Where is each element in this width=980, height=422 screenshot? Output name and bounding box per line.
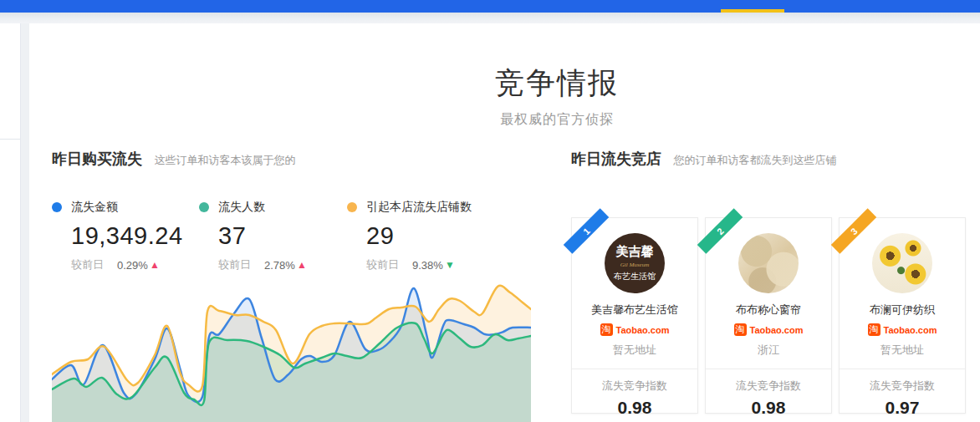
stat-loss-shops: 引起本店流失店铺数 29 较前日 9.38% ▼: [347, 201, 472, 272]
avatar-text: 美吉馨: [616, 244, 654, 260]
platform-label: Taobao.com: [884, 325, 937, 335]
legend-item-loss-amount[interactable]: 流失金额: [52, 201, 183, 214]
avatar-text: Gil Museum: [620, 262, 649, 268]
legend-dot-orange: [347, 202, 357, 212]
platform-row: 淘 Taobao.com: [600, 323, 670, 336]
taobao-icon: 淘: [734, 323, 747, 336]
platform-label: Taobao.com: [750, 325, 804, 335]
compare-label: 较前日: [366, 257, 399, 272]
card-divider: [840, 369, 965, 369]
platform-row: 淘 Taobao.com: [734, 323, 804, 336]
page-subtitle: 最权威的官方侦探: [495, 111, 619, 129]
loss-section-header: 昨日购买流失 这些订单和访客本该属于您的: [52, 149, 295, 169]
store-avatar: [872, 233, 932, 293]
legend-label: 引起本店流失店铺数: [366, 200, 472, 215]
card-divider: [706, 369, 831, 369]
loss-trend-chart[interactable]: [52, 276, 531, 422]
card-divider: [572, 369, 697, 369]
sidebar-divider: [0, 139, 20, 140]
store-location: 暂无地址: [613, 343, 656, 358]
rank-number: 1: [581, 226, 592, 236]
legend-item-loss-people[interactable]: 流失人数: [199, 201, 307, 214]
index-value: 0.98: [752, 398, 786, 418]
competitor-card-1[interactable]: 1 美吉馨 Gil Museum 布艺生活馆 美吉馨布艺生活馆 淘 Taobao…: [571, 217, 698, 414]
competitor-card-3[interactable]: 3 布澜可伊纺织 淘 Taobao.com 暂无地址 流失竞争指数 0.97: [839, 217, 966, 414]
rank-number: 3: [849, 226, 860, 236]
store-location: 暂无地址: [880, 343, 924, 358]
loss-section-desc: 这些订单和访客本该属于您的: [154, 154, 295, 166]
change-percent: 9.38%: [412, 259, 443, 272]
compare-label: 较前日: [218, 257, 251, 272]
competitive-intelligence-page: 竞争情报 最权威的官方侦探 昨日购买流失 这些订单和访客本该属于您的 流失金额 …: [0, 0, 980, 422]
legend-dot-blue: [52, 202, 62, 212]
stat-value: 37: [218, 222, 307, 250]
rank-number: 2: [715, 226, 726, 236]
store-location: 浙江: [758, 343, 779, 358]
layout-gutter: [21, 23, 29, 422]
avatar-text: 布艺生活馆: [614, 271, 656, 282]
store-name[interactable]: 美吉馨布艺生活馆: [591, 303, 678, 318]
competitors-section-title: 昨日流失竞店: [571, 150, 661, 167]
page-title: 竞争情报: [495, 64, 619, 103]
taobao-icon: 淘: [868, 323, 880, 336]
competitors-section-header: 昨日流失竞店 您的订单和访客都流失到这些店铺: [571, 149, 836, 169]
stat-loss-amount: 流失金额 19,349.24 较前日 0.29% ▲: [52, 201, 183, 272]
index-label: 流失竞争指数: [602, 379, 667, 394]
left-sidebar-edge[interactable]: [0, 23, 21, 422]
stat-delta: 较前日 2.78% ▲: [218, 257, 307, 272]
taobao-icon: 淘: [600, 323, 613, 336]
index-value: 0.97: [886, 398, 920, 418]
change-percent: 2.78%: [264, 259, 295, 272]
stat-delta: 较前日 0.29% ▲: [71, 257, 183, 272]
legend-label: 流失金额: [71, 200, 118, 215]
platform-label: Taobao.com: [616, 325, 670, 335]
trend-down-icon: ▼: [445, 259, 455, 271]
legend-dot-teal: [199, 202, 209, 212]
legend-label: 流失人数: [218, 200, 265, 215]
store-name[interactable]: 布布称心窗帘: [736, 303, 801, 318]
store-name[interactable]: 布澜可伊纺织: [870, 303, 935, 318]
stat-loss-people: 流失人数 37 较前日 2.78% ▲: [199, 201, 307, 272]
stat-delta: 较前日 9.38% ▼: [366, 257, 472, 272]
index-label: 流失竞争指数: [870, 379, 935, 394]
page-header: 竞争情报 最权威的官方侦探: [495, 64, 619, 129]
platform-row: 淘 Taobao.com: [868, 323, 937, 336]
store-avatar: [738, 233, 799, 293]
trend-up-icon: ▲: [297, 259, 307, 271]
index-label: 流失竞争指数: [736, 379, 801, 394]
area-chart-svg: [52, 276, 531, 422]
stat-value: 29: [366, 222, 472, 250]
competitor-card-2[interactable]: 2 布布称心窗帘 淘 Taobao.com 浙江 流失竞争指数 0.98: [705, 217, 832, 414]
loss-section-title: 昨日购买流失: [52, 150, 142, 167]
change-percent: 0.29%: [117, 259, 148, 272]
trend-up-icon: ▲: [150, 259, 160, 271]
index-value: 0.98: [618, 398, 652, 418]
stat-value: 19,349.24: [71, 222, 183, 250]
store-avatar: 美吉馨 Gil Museum 布艺生活馆: [605, 233, 665, 293]
legend-item-loss-shops[interactable]: 引起本店流失店铺数: [347, 201, 472, 214]
competitors-section-desc: 您的订单和访客都流失到这些店铺: [673, 154, 836, 166]
top-nav-bar[interactable]: [0, 0, 980, 13]
sub-header-band: [0, 13, 980, 23]
compare-label: 较前日: [71, 257, 104, 272]
